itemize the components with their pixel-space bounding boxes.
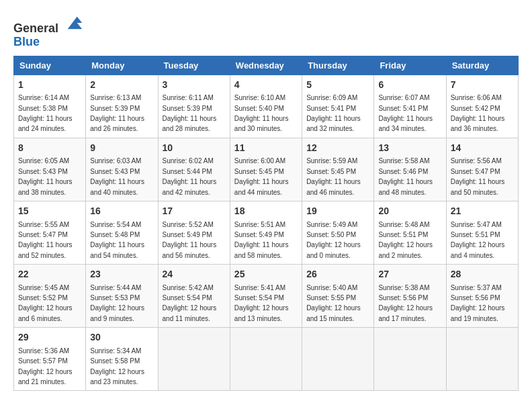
calendar-cell: 17 Sunrise: 5:52 AMSunset: 5:49 PMDaylig…: [158, 201, 230, 264]
calendar-cell: 27 Sunrise: 5:38 AMSunset: 5:56 PMDaylig…: [374, 265, 446, 328]
calendar-cell: 22 Sunrise: 5:45 AMSunset: 5:52 PMDaylig…: [14, 265, 86, 328]
calendar-week-5: 29 Sunrise: 5:36 AMSunset: 5:57 PMDaylig…: [14, 328, 519, 391]
weekday-header-tuesday: Tuesday: [158, 56, 230, 75]
calendar-cell: 13 Sunrise: 5:58 AMSunset: 5:46 PMDaylig…: [374, 138, 446, 201]
day-info: Sunrise: 5:54 AMSunset: 5:48 PMDaylight:…: [90, 221, 144, 259]
day-info: Sunrise: 5:56 AMSunset: 5:47 PMDaylight:…: [451, 157, 505, 195]
day-number: 7: [451, 79, 514, 92]
calendar-cell: 2 Sunrise: 6:13 AMSunset: 5:39 PMDayligh…: [86, 75, 158, 138]
weekday-header-friday: Friday: [374, 56, 446, 75]
day-number: 15: [18, 205, 81, 218]
day-info: Sunrise: 5:52 AMSunset: 5:49 PMDaylight:…: [163, 221, 217, 259]
calendar-cell: 4 Sunrise: 6:10 AMSunset: 5:40 PMDayligh…: [230, 75, 302, 138]
calendar-cell: 21 Sunrise: 5:47 AMSunset: 5:51 PMDaylig…: [446, 201, 518, 264]
calendar-cell: 24 Sunrise: 5:42 AMSunset: 5:54 PMDaylig…: [158, 265, 230, 328]
calendar-cell: 16 Sunrise: 5:54 AMSunset: 5:48 PMDaylig…: [86, 201, 158, 264]
day-info: Sunrise: 5:58 AMSunset: 5:46 PMDaylight:…: [378, 157, 433, 195]
logo: General Blue: [13, 13, 83, 49]
day-info: Sunrise: 6:09 AMSunset: 5:41 PMDaylight:…: [306, 94, 361, 132]
day-info: Sunrise: 5:41 AMSunset: 5:54 PMDaylight:…: [234, 284, 289, 322]
day-info: Sunrise: 5:36 AMSunset: 5:57 PMDaylight:…: [18, 347, 73, 385]
calendar-cell: [374, 328, 446, 391]
day-number: 6: [378, 79, 441, 92]
calendar-cell: 12 Sunrise: 5:59 AMSunset: 5:45 PMDaylig…: [302, 138, 374, 201]
day-number: 13: [378, 142, 441, 155]
day-info: Sunrise: 5:45 AMSunset: 5:52 PMDaylight:…: [18, 284, 73, 322]
day-info: Sunrise: 6:05 AMSunset: 5:43 PMDaylight:…: [18, 157, 73, 195]
day-number: 17: [163, 205, 226, 218]
day-info: Sunrise: 6:07 AMSunset: 5:41 PMDaylight:…: [378, 94, 433, 132]
day-number: 4: [234, 79, 298, 92]
calendar-week-4: 22 Sunrise: 5:45 AMSunset: 5:52 PMDaylig…: [14, 265, 519, 328]
day-info: Sunrise: 6:02 AMSunset: 5:44 PMDaylight:…: [163, 157, 217, 195]
logo-icon: [64, 13, 83, 32]
calendar-cell: 25 Sunrise: 5:41 AMSunset: 5:54 PMDaylig…: [230, 265, 302, 328]
day-info: Sunrise: 5:47 AMSunset: 5:51 PMDaylight:…: [451, 221, 505, 259]
header: General Blue: [13, 13, 519, 49]
weekday-header-wednesday: Wednesday: [230, 56, 302, 75]
day-info: Sunrise: 5:49 AMSunset: 5:50 PMDaylight:…: [306, 221, 361, 259]
day-info: Sunrise: 5:37 AMSunset: 5:56 PMDaylight:…: [451, 284, 505, 322]
logo-general: General: [13, 21, 58, 35]
calendar-cell: 19 Sunrise: 5:49 AMSunset: 5:50 PMDaylig…: [302, 201, 374, 264]
calendar-cell: 26 Sunrise: 5:40 AMSunset: 5:55 PMDaylig…: [302, 265, 374, 328]
weekday-header-thursday: Thursday: [302, 56, 374, 75]
day-number: 12: [306, 142, 369, 155]
calendar-table: SundayMondayTuesdayWednesdayThursdayFrid…: [13, 56, 519, 392]
day-info: Sunrise: 5:40 AMSunset: 5:55 PMDaylight:…: [306, 284, 361, 322]
svg-marker-0: [68, 17, 82, 30]
calendar-cell: 7 Sunrise: 6:06 AMSunset: 5:42 PMDayligh…: [446, 75, 518, 138]
day-info: Sunrise: 5:55 AMSunset: 5:47 PMDaylight:…: [18, 221, 73, 259]
day-number: 14: [451, 142, 514, 155]
calendar-cell: 23 Sunrise: 5:44 AMSunset: 5:53 PMDaylig…: [86, 265, 158, 328]
day-number: 10: [163, 142, 226, 155]
day-number: 24: [163, 268, 226, 281]
logo-blue: Blue: [13, 35, 40, 48]
calendar-cell: [302, 328, 374, 391]
day-number: 23: [90, 268, 153, 281]
day-info: Sunrise: 5:38 AMSunset: 5:56 PMDaylight:…: [378, 284, 433, 322]
day-info: Sunrise: 5:59 AMSunset: 5:45 PMDaylight:…: [306, 157, 361, 195]
day-number: 1: [18, 79, 81, 92]
day-info: Sunrise: 5:42 AMSunset: 5:54 PMDaylight:…: [163, 284, 217, 322]
calendar-cell: 5 Sunrise: 6:09 AMSunset: 5:41 PMDayligh…: [302, 75, 374, 138]
day-info: Sunrise: 5:34 AMSunset: 5:58 PMDaylight:…: [90, 347, 144, 385]
day-number: 5: [306, 79, 369, 92]
weekday-header-sunday: Sunday: [14, 56, 86, 75]
day-info: Sunrise: 6:06 AMSunset: 5:42 PMDaylight:…: [451, 94, 505, 132]
day-info: Sunrise: 5:44 AMSunset: 5:53 PMDaylight:…: [90, 284, 144, 322]
calendar-week-3: 15 Sunrise: 5:55 AMSunset: 5:47 PMDaylig…: [14, 201, 519, 264]
calendar-cell: 6 Sunrise: 6:07 AMSunset: 5:41 PMDayligh…: [374, 75, 446, 138]
day-number: 25: [234, 268, 298, 281]
day-number: 2: [90, 79, 153, 92]
calendar-cell: [230, 328, 302, 391]
day-info: Sunrise: 5:48 AMSunset: 5:51 PMDaylight:…: [378, 221, 433, 259]
day-number: 18: [234, 205, 298, 218]
calendar-cell: 30 Sunrise: 5:34 AMSunset: 5:58 PMDaylig…: [86, 328, 158, 391]
day-number: 27: [378, 268, 441, 281]
day-number: 26: [306, 268, 369, 281]
day-number: 20: [378, 205, 441, 218]
calendar-cell: 29 Sunrise: 5:36 AMSunset: 5:57 PMDaylig…: [14, 328, 86, 391]
calendar-week-2: 8 Sunrise: 6:05 AMSunset: 5:43 PMDayligh…: [14, 138, 519, 201]
weekday-header-saturday: Saturday: [446, 56, 518, 75]
calendar-cell: 9 Sunrise: 6:03 AMSunset: 5:43 PMDayligh…: [86, 138, 158, 201]
day-number: 28: [451, 268, 514, 281]
day-number: 19: [306, 205, 369, 218]
day-number: 11: [234, 142, 298, 155]
calendar-cell: 10 Sunrise: 6:02 AMSunset: 5:44 PMDaylig…: [158, 138, 230, 201]
calendar-cell: 28 Sunrise: 5:37 AMSunset: 5:56 PMDaylig…: [446, 265, 518, 328]
day-number: 8: [18, 142, 81, 155]
day-number: 21: [451, 205, 514, 218]
day-info: Sunrise: 6:14 AMSunset: 5:38 PMDaylight:…: [18, 94, 73, 132]
day-number: 16: [90, 205, 153, 218]
calendar-cell: [158, 328, 230, 391]
day-number: 30: [90, 331, 153, 345]
day-number: 3: [163, 79, 226, 92]
day-info: Sunrise: 6:10 AMSunset: 5:40 PMDaylight:…: [234, 94, 289, 132]
calendar-cell: 14 Sunrise: 5:56 AMSunset: 5:47 PMDaylig…: [446, 138, 518, 201]
calendar-cell: 15 Sunrise: 5:55 AMSunset: 5:47 PMDaylig…: [14, 201, 86, 264]
calendar-cell: 8 Sunrise: 6:05 AMSunset: 5:43 PMDayligh…: [14, 138, 86, 201]
weekday-header-row: SundayMondayTuesdayWednesdayThursdayFrid…: [14, 56, 519, 75]
calendar-week-1: 1 Sunrise: 6:14 AMSunset: 5:38 PMDayligh…: [14, 75, 519, 138]
